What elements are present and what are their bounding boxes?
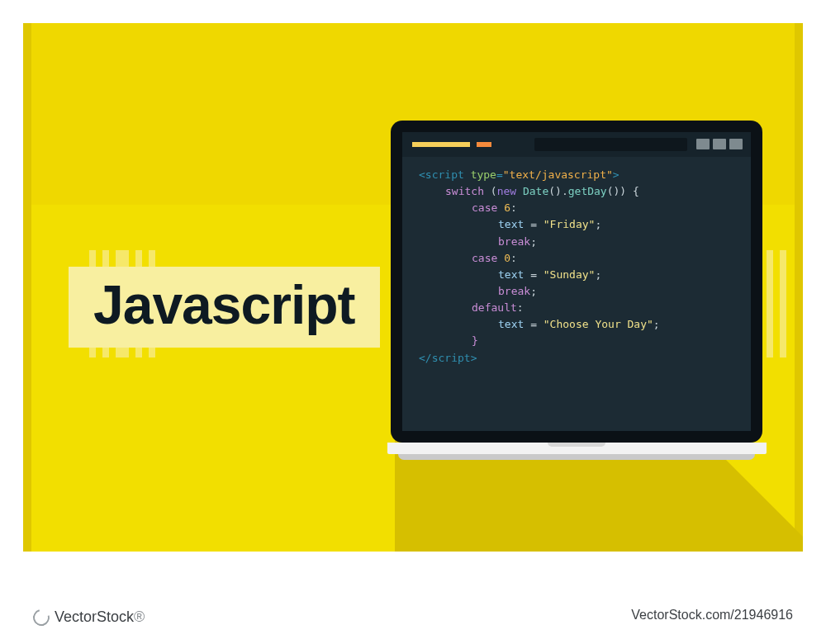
swirl-icon xyxy=(30,606,52,628)
brand-text: VectorStock xyxy=(55,608,134,625)
registered-mark: ® xyxy=(134,608,145,625)
window-controls xyxy=(696,139,743,149)
bg-band-right xyxy=(795,23,803,552)
close-icon xyxy=(729,139,743,149)
code-line: text = "Choose Your Day"; xyxy=(419,316,734,333)
code-line: </script> xyxy=(419,350,734,367)
laptop-base xyxy=(398,454,755,460)
tab-indicator-active xyxy=(477,142,491,147)
brand-logo: VectorStock® xyxy=(33,608,145,626)
code-line: case 0: xyxy=(419,250,734,267)
title-panel: Javascript xyxy=(69,267,380,348)
code-line: } xyxy=(419,333,734,349)
illustration-stage: Javascript <script type="text/javascript… xyxy=(23,23,803,552)
screen-bezel: <script type="text/javascript"> switch (… xyxy=(391,121,762,443)
code-line: <script type="text/javascript"> xyxy=(419,167,734,183)
code-line: break; xyxy=(419,234,734,250)
window-bar xyxy=(402,132,751,157)
title-text: Javascript xyxy=(93,273,355,336)
code-line: switch (new Date().getDay()) { xyxy=(419,183,734,200)
minimize-icon xyxy=(696,139,710,149)
code-editor: <script type="text/javascript"> switch (… xyxy=(402,132,751,431)
code-line: text = "Friday"; xyxy=(419,216,734,233)
bg-band-left xyxy=(23,23,31,552)
tab-indicator xyxy=(412,142,470,147)
laptop: <script type="text/javascript"> switch (… xyxy=(391,121,762,460)
code-line: break; xyxy=(419,283,734,300)
code-line: case 6: xyxy=(419,200,734,216)
address-field xyxy=(534,138,687,151)
code-line: default: xyxy=(419,300,734,316)
stock-id: VectorStock.com/21946916 xyxy=(631,608,793,623)
code-line: text = "Sunday"; xyxy=(419,267,734,283)
maximize-icon xyxy=(713,139,726,149)
laptop-hinge xyxy=(387,443,767,454)
